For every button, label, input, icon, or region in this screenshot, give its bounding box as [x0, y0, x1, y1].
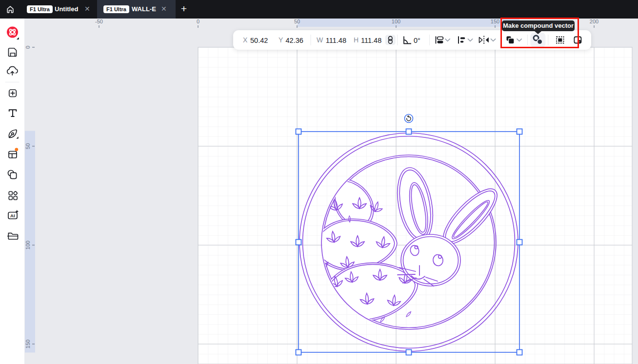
- svg-text:H: H: [354, 36, 359, 44]
- svg-text:Y: Y: [279, 36, 283, 44]
- svg-text:AI: AI: [10, 213, 15, 218]
- svg-text:100: 100: [392, 19, 400, 24]
- svg-text:50.42: 50.42: [250, 37, 268, 44]
- svg-text:42.36: 42.36: [286, 37, 303, 44]
- svg-text:150: 150: [491, 19, 499, 24]
- svg-text:-50: -50: [95, 19, 103, 24]
- svg-text:X: X: [243, 36, 248, 44]
- svg-text:50: 50: [294, 19, 300, 24]
- svg-text:200: 200: [590, 19, 598, 24]
- svg-text:W: W: [317, 36, 323, 44]
- svg-text:0: 0: [197, 19, 199, 24]
- svg-text:150: 150: [25, 340, 31, 348]
- svg-text:0°: 0°: [414, 37, 420, 44]
- svg-text:100: 100: [25, 241, 31, 249]
- svg-text:0: 0: [25, 46, 31, 49]
- svg-text:111.48: 111.48: [326, 37, 346, 44]
- svg-text:50: 50: [25, 143, 31, 149]
- svg-text:111.48: 111.48: [361, 37, 381, 44]
